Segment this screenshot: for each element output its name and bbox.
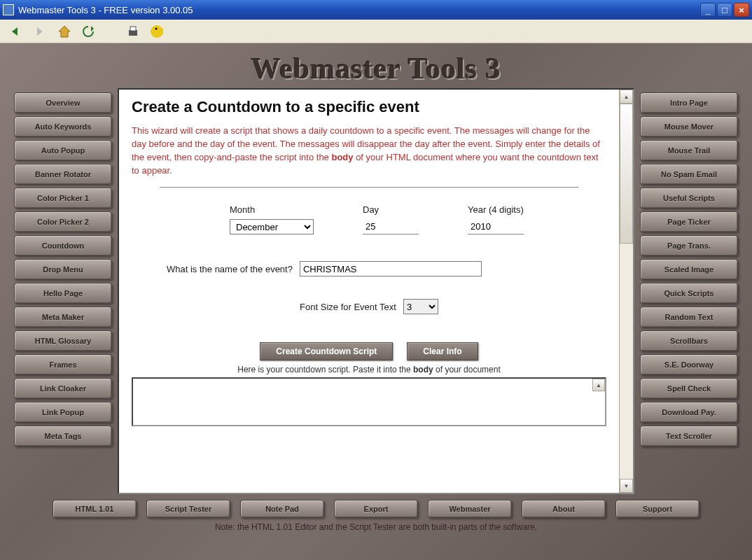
nav-countdown[interactable]: Countdown (14, 235, 112, 256)
bottom-about[interactable]: About (522, 500, 606, 518)
nav-quick-scripts[interactable]: Quick Scripts (640, 283, 738, 304)
date-row: Month December Day Year (4 digits) (230, 204, 606, 234)
scroll-up-button[interactable]: ▲ (620, 90, 633, 104)
nav-no-spam-email[interactable]: No Spam Email (640, 164, 738, 185)
font-size-select[interactable]: 3 (403, 299, 438, 314)
svg-point-6 (155, 27, 158, 29)
month-select[interactable]: December (230, 219, 314, 234)
content-pane: Create a Countdown to a specific event T… (118, 88, 634, 494)
output-scroll-up[interactable]: ▲ (592, 379, 605, 391)
nav-download-pay[interactable]: Download Pay. (640, 402, 738, 423)
nav-auto-popup[interactable]: Auto Popup (14, 140, 112, 161)
output-label: Here is your countdown script. Paste it … (132, 365, 606, 374)
day-label: Day (363, 204, 419, 215)
output-bold: body (413, 365, 433, 374)
nav-frames[interactable]: Frames (14, 354, 112, 375)
nav-scaled-image[interactable]: Scaled Image (640, 259, 738, 280)
svg-marker-1 (37, 27, 43, 36)
nav-mouse-trail[interactable]: Mouse Trail (640, 140, 738, 161)
main-row: OverviewAuto KeywordsAuto PopupBanner Ro… (14, 88, 738, 494)
app-icon (3, 4, 14, 15)
nav-link-cloaker[interactable]: Link Cloaker (14, 378, 112, 399)
nav-meta-maker[interactable]: Meta Maker (14, 307, 112, 328)
window-buttons: _ □ × (700, 3, 749, 17)
nav-intro-page[interactable]: Intro Page (640, 92, 738, 113)
clear-info-button[interactable]: Clear Info (407, 342, 478, 360)
content-inner: Create a Countdown to a specific event T… (119, 90, 619, 493)
bottom-nav: HTML 1.01Script TesterNote PadExportWebm… (14, 500, 738, 518)
nav-overview[interactable]: Overview (14, 92, 112, 113)
bottom-html-1-01[interactable]: HTML 1.01 (53, 500, 137, 518)
action-row: Create Countdown Script Clear Info (132, 342, 606, 360)
event-name-row: What is the name of the event? (167, 261, 606, 276)
nav-useful-scripts[interactable]: Useful Scripts (640, 188, 738, 209)
app-title: Webmaster Tools 3 (14, 52, 738, 85)
maximize-button[interactable]: □ (717, 3, 732, 17)
nav-link-popup[interactable]: Link Popup (14, 402, 112, 423)
bottom-export[interactable]: Export (334, 500, 418, 518)
home-icon[interactable] (56, 23, 73, 40)
event-name-input[interactable] (300, 261, 482, 276)
nav-hello-page[interactable]: Hello Page (14, 283, 112, 304)
app-body: Webmaster Tools 3 OverviewAuto KeywordsA… (0, 43, 752, 560)
year-label: Year (4 digits) (468, 204, 524, 215)
font-size-label: Font Size for Event Text (300, 302, 396, 312)
nav-color-picker-2[interactable]: Color Picker 2 (14, 211, 112, 232)
nav-s-e-doorway[interactable]: S.E. Doorway (640, 354, 738, 375)
svg-marker-2 (59, 26, 70, 37)
content-scrollbar[interactable]: ▲ ▼ (619, 90, 633, 493)
print-icon[interactable] (125, 23, 141, 40)
month-label: Month (230, 204, 314, 215)
scroll-down-button[interactable]: ▼ (620, 479, 633, 493)
day-input[interactable] (363, 219, 419, 234)
pacman-icon[interactable] (148, 23, 165, 40)
nav-text-scroller[interactable]: Text Scroller (640, 426, 738, 447)
nav-meta-tags[interactable]: Meta Tags (14, 426, 112, 447)
bottom-note-pad[interactable]: Note Pad (240, 500, 324, 518)
nav-drop-menu[interactable]: Drop Menu (14, 259, 112, 280)
year-input[interactable] (468, 219, 524, 234)
output-suffix: of your document (433, 365, 501, 374)
nav-page-trans[interactable]: Page Trans. (640, 235, 738, 256)
nav-html-glossary[interactable]: HTML Glossary (14, 330, 112, 351)
nav-color-picker-1[interactable]: Color Picker 1 (14, 188, 112, 209)
back-button[interactable] (6, 22, 24, 41)
svg-rect-5 (130, 27, 136, 31)
bottom-script-tester[interactable]: Script Tester (146, 500, 230, 518)
nav-mouse-mover[interactable]: Mouse Mover (640, 116, 738, 137)
pane-title: Create a Countdown to a specific event (132, 98, 606, 116)
close-button[interactable]: × (734, 3, 749, 17)
right-sidebar: Intro PageMouse MoverMouse TrailNo Spam … (640, 88, 738, 494)
nav-scrollbars[interactable]: Scrollbars (640, 330, 738, 351)
nav-auto-keywords[interactable]: Auto Keywords (14, 116, 112, 137)
footer-note: Note: the HTML 1.01 Editor and the Scrip… (14, 522, 738, 532)
nav-page-ticker[interactable]: Page Ticker (640, 211, 738, 232)
left-sidebar: OverviewAuto KeywordsAuto PopupBanner Ro… (14, 88, 112, 494)
scroll-track[interactable] (620, 104, 633, 479)
output-textarea[interactable]: ▲ (132, 377, 606, 426)
divider (160, 187, 578, 188)
desc-bold: body (331, 152, 353, 162)
event-name-label: What is the name of the event? (167, 264, 293, 274)
bottom-support[interactable]: Support (615, 500, 699, 518)
svg-marker-0 (12, 27, 18, 36)
output-prefix: Here is your countdown script. Paste it … (237, 365, 413, 374)
pane-description: This wizard will create a script that sh… (132, 125, 606, 177)
scroll-thumb[interactable] (620, 104, 633, 244)
svg-marker-3 (91, 26, 94, 31)
refresh-icon[interactable] (80, 23, 97, 40)
bottom-webmaster[interactable]: Webmaster (428, 500, 512, 518)
toolbar (0, 20, 752, 43)
titlebar: Webmaster Tools 3 - FREE version 3.00.05… (0, 0, 752, 20)
nav-random-text[interactable]: Random Text (640, 307, 738, 328)
window-title: Webmaster Tools 3 - FREE version 3.00.05 (18, 5, 700, 15)
font-size-row: Font Size for Event Text 3 (132, 299, 606, 314)
create-script-button[interactable]: Create Countdown Script (260, 342, 393, 360)
nav-spell-check[interactable]: Spell Check (640, 378, 738, 399)
minimize-button[interactable]: _ (700, 3, 716, 17)
nav-banner-rotator[interactable]: Banner Rotator (14, 164, 112, 185)
forward-button[interactable] (31, 22, 49, 41)
